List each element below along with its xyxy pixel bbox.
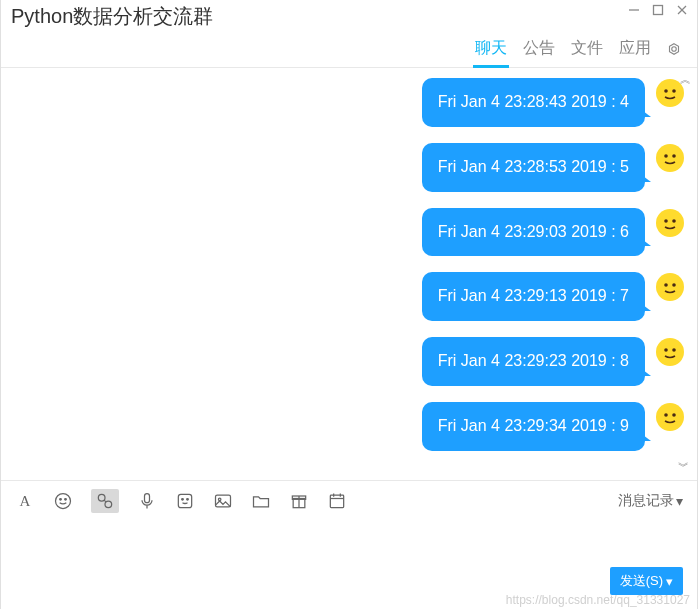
message-row: Fri Jan 4 23:29:34 2019 : 9 <box>13 402 685 451</box>
message-bubble: Fri Jan 4 23:29:03 2019 : 6 <box>422 208 645 257</box>
svg-text:A: A <box>20 493 31 509</box>
svg-rect-31 <box>145 494 150 503</box>
calendar-icon[interactable] <box>327 491 347 511</box>
collapse-down-icon[interactable]: ︾ <box>678 459 689 474</box>
svg-point-35 <box>187 499 189 501</box>
tool-icons: A <box>15 489 347 513</box>
chat-area: ︽ Fri Jan 4 23:28:43 2019 : 4 Fri Jan 4 … <box>1 68 697 480</box>
svg-point-8 <box>672 89 676 93</box>
avatar[interactable] <box>655 337 685 367</box>
svg-point-11 <box>672 154 676 158</box>
input-toolbar: A <box>1 480 697 521</box>
svg-point-7 <box>664 89 668 93</box>
svg-point-25 <box>56 494 71 509</box>
window-controls <box>627 3 689 17</box>
dropdown-icon: ▾ <box>676 493 683 509</box>
svg-point-19 <box>664 348 668 352</box>
settings-icon[interactable] <box>665 40 683 58</box>
avatar[interactable] <box>655 143 685 173</box>
svg-point-18 <box>656 338 684 366</box>
message-bubble: Fri Jan 4 23:29:23 2019 : 8 <box>422 337 645 386</box>
tab-chat[interactable]: 聊天 <box>473 34 509 63</box>
svg-point-29 <box>105 501 112 508</box>
svg-point-10 <box>664 154 668 158</box>
emoji-icon[interactable] <box>53 491 73 511</box>
chat-window: Python数据分析交流群 聊天 公告 文件 应用 ︽ Fri Jan 4 23… <box>0 0 698 609</box>
message-bubble: Fri Jan 4 23:28:43 2019 : 4 <box>422 78 645 127</box>
minimize-button[interactable] <box>627 3 641 17</box>
svg-point-15 <box>656 273 684 301</box>
svg-point-34 <box>182 499 184 501</box>
close-button[interactable] <box>675 3 689 17</box>
message-history-link[interactable]: 消息记录 ▾ <box>618 492 683 510</box>
svg-rect-1 <box>654 6 663 15</box>
message-row: Fri Jan 4 23:28:43 2019 : 4 <box>13 78 685 127</box>
message-bubble: Fri Jan 4 23:29:13 2019 : 7 <box>422 272 645 321</box>
svg-point-16 <box>664 284 668 288</box>
input-area[interactable]: 发送(S) ▾ <box>1 521 697 609</box>
titlebar: Python数据分析交流群 <box>1 0 697 34</box>
message-row: Fri Jan 4 23:28:53 2019 : 5 <box>13 143 685 192</box>
svg-rect-41 <box>330 495 343 508</box>
dropdown-icon: ▾ <box>666 574 673 589</box>
tab-announcement[interactable]: 公告 <box>521 34 557 63</box>
send-button[interactable]: 发送(S) ▾ <box>610 567 683 595</box>
voice-icon[interactable] <box>137 491 157 511</box>
message-bubble: Fri Jan 4 23:28:53 2019 : 5 <box>422 143 645 192</box>
svg-point-27 <box>65 499 67 501</box>
avatar[interactable] <box>655 272 685 302</box>
svg-point-23 <box>672 413 676 417</box>
message-row: Fri Jan 4 23:29:23 2019 : 8 <box>13 337 685 386</box>
tab-files[interactable]: 文件 <box>569 34 605 63</box>
sticker-icon[interactable] <box>175 491 195 511</box>
avatar[interactable] <box>655 208 685 238</box>
tabs-row: 聊天 公告 文件 应用 <box>1 34 697 68</box>
svg-point-28 <box>98 494 105 501</box>
gift-icon[interactable] <box>289 491 309 511</box>
history-label: 消息记录 <box>618 492 674 510</box>
message-bubble: Fri Jan 4 23:29:34 2019 : 9 <box>422 402 645 451</box>
svg-point-9 <box>656 144 684 172</box>
svg-marker-4 <box>670 43 679 54</box>
svg-point-13 <box>664 219 668 223</box>
svg-point-26 <box>60 499 62 501</box>
svg-point-12 <box>656 209 684 237</box>
svg-point-5 <box>672 46 677 51</box>
folder-icon[interactable] <box>251 491 271 511</box>
collapse-up-icon[interactable]: ︽ <box>680 72 691 87</box>
window-title: Python数据分析交流群 <box>11 3 213 30</box>
message-row: Fri Jan 4 23:29:13 2019 : 7 <box>13 272 685 321</box>
font-icon[interactable]: A <box>15 491 35 511</box>
svg-rect-33 <box>178 494 191 507</box>
send-label: 发送(S) <box>620 572 663 590</box>
avatar[interactable] <box>655 402 685 432</box>
svg-point-14 <box>672 219 676 223</box>
svg-point-22 <box>664 413 668 417</box>
svg-point-17 <box>672 284 676 288</box>
message-row: Fri Jan 4 23:29:03 2019 : 6 <box>13 208 685 257</box>
image-icon[interactable] <box>213 491 233 511</box>
tab-apps[interactable]: 应用 <box>617 34 653 63</box>
maximize-button[interactable] <box>651 3 665 17</box>
svg-point-20 <box>672 348 676 352</box>
svg-line-30 <box>104 500 106 502</box>
screenshot-icon[interactable] <box>91 489 119 513</box>
svg-point-21 <box>656 403 684 431</box>
